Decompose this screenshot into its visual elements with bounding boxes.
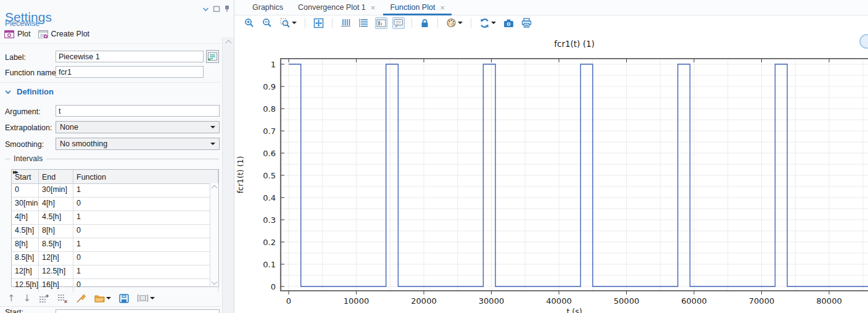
argument-input[interactable] (56, 105, 220, 117)
svg-text:0: 0 (271, 282, 276, 291)
svg-text:0.9: 0.9 (263, 82, 276, 91)
zoom-out-icon (262, 18, 273, 28)
column-header-end[interactable]: End (39, 170, 73, 183)
table-cell[interactable]: 12.5[h] (39, 265, 73, 278)
table-cell[interactable]: 4[h] (12, 211, 39, 224)
y-axis-data-button[interactable] (357, 17, 370, 29)
table-cell[interactable]: 0 (73, 279, 218, 292)
table-cell[interactable]: 0 (73, 225, 218, 238)
intervals-group-header: Intervals (5, 154, 219, 163)
create-plot-button[interactable]: Create Plot (38, 30, 90, 38)
table-row: 4[h]4.5[h]1 (12, 211, 218, 224)
table-cell[interactable]: 0 (12, 184, 39, 197)
load-from-file-icon (94, 294, 105, 303)
table-cell[interactable]: 30[min] (39, 184, 73, 197)
y-axis-data-icon (358, 18, 369, 28)
divider (0, 43, 221, 44)
clear-table-icon (76, 293, 86, 303)
table-cell[interactable]: 4.5[h] (39, 211, 73, 224)
x-axis-data-button[interactable] (339, 17, 352, 29)
definition-section-header[interactable]: Definition (5, 87, 54, 96)
toolbar-separator (437, 18, 438, 28)
refresh-plot-button[interactable] (478, 17, 497, 30)
column-header-function[interactable]: Function (73, 170, 218, 183)
dropdown-arrow-icon (292, 22, 297, 27)
plot-area[interactable]: 0100002000030000400005000060000700008000… (234, 30, 868, 313)
tab-graphics[interactable]: Graphics (245, 0, 291, 15)
save-to-file-button[interactable] (119, 294, 129, 303)
table-row: 8.5[h]12[h]0 (12, 251, 218, 265)
svg-text:30000: 30000 (479, 296, 504, 306)
scroll-up-icon[interactable] (212, 185, 218, 191)
close-tab-icon[interactable]: × (440, 4, 445, 12)
divider (0, 82, 221, 83)
color-theme-button[interactable] (445, 17, 464, 29)
table-cell[interactable]: 0 (73, 252, 218, 265)
scroll-up-icon[interactable] (225, 40, 231, 46)
zoom-in-button[interactable] (243, 17, 256, 30)
panel-menu-icon[interactable] (202, 6, 209, 12)
table-cell[interactable]: 4.5[h] (12, 225, 39, 238)
table-cell[interactable]: 1 (73, 238, 218, 251)
load-from-file-button[interactable] (94, 294, 111, 303)
float-window-icon[interactable] (213, 6, 220, 12)
table-cell[interactable]: 16[h] (39, 279, 73, 292)
table-cell[interactable]: 0 (73, 198, 218, 211)
tab-function-plot[interactable]: Function Plot× (382, 0, 452, 15)
table-scrollbar[interactable] (210, 183, 218, 286)
add-row-icon (39, 294, 49, 303)
lock-axes-button[interactable] (419, 17, 431, 29)
table-cell[interactable]: 8[h] (12, 238, 39, 251)
table-cell[interactable]: 4[h] (39, 198, 73, 211)
settings-scrollbar[interactable] (222, 37, 234, 313)
move-down-button[interactable]: ↓ (23, 293, 31, 304)
svg-text:0.6: 0.6 (263, 149, 276, 158)
table-cell[interactable]: 30[min] (12, 198, 39, 211)
table-cell[interactable]: 12[h] (39, 252, 73, 265)
table-cell[interactable]: 1 (73, 184, 218, 197)
svg-text:fcr1(t) (1): fcr1(t) (1) (236, 156, 245, 194)
label-input[interactable] (56, 51, 204, 62)
tab-convergence-plot-1[interactable]: Convergence Plot 1× (291, 0, 382, 15)
tab-label: Function Plot (390, 3, 435, 12)
print-button[interactable] (520, 17, 533, 29)
plot-icon (4, 30, 14, 38)
add-row-button[interactable] (39, 294, 49, 303)
svg-text:60000: 60000 (681, 296, 706, 306)
smoothing-select[interactable]: No smoothing (56, 138, 220, 150)
table-settings-icon (137, 294, 149, 303)
svg-text:0.8: 0.8 (263, 104, 276, 114)
delete-row-button[interactable] (57, 294, 68, 303)
annotation-toggle-button[interactable] (392, 17, 405, 29)
table-cell[interactable]: 8.5[h] (39, 238, 73, 251)
pin-icon[interactable] (224, 5, 230, 12)
table-cell[interactable]: 1 (73, 211, 218, 224)
node-type-link[interactable]: Piecewise (5, 19, 39, 28)
start-input[interactable] (56, 309, 220, 313)
svg-text:1: 1 (271, 60, 276, 69)
rename-button[interactable] (206, 50, 219, 63)
table-settings-button[interactable] (137, 294, 155, 303)
plot-button[interactable]: Plot (4, 30, 31, 38)
scroll-down-icon[interactable] (212, 279, 218, 285)
toolbar-separator (332, 18, 333, 28)
intervals-table: ▶▶ StartEndFunction 030[min]130[min]4[h]… (11, 169, 219, 287)
table-cell[interactable]: 1 (73, 265, 218, 278)
zoom-extents-button[interactable] (312, 17, 325, 30)
zoom-box-button[interactable] (279, 17, 298, 30)
table-cell[interactable]: 12.5[h] (12, 279, 39, 292)
table-cell[interactable]: 8.5[h] (12, 252, 39, 265)
legend-toggle-button[interactable] (375, 17, 387, 29)
move-up-button[interactable]: ↑ (7, 293, 15, 304)
create-plot-icon (38, 30, 48, 38)
snapshot-button[interactable] (502, 17, 515, 29)
extrapolation-select[interactable]: None (56, 121, 220, 133)
table-cell[interactable]: 12[h] (12, 265, 39, 278)
svg-text:fcr1(t) (1): fcr1(t) (1) (554, 39, 595, 49)
zoom-out-button[interactable] (261, 17, 274, 30)
close-tab-icon[interactable]: × (371, 4, 376, 12)
table-cell[interactable]: 8[h] (39, 225, 73, 238)
clear-table-button[interactable] (76, 293, 86, 303)
dropdown-arrow-icon (491, 22, 496, 27)
function-name-input[interactable] (56, 66, 204, 78)
